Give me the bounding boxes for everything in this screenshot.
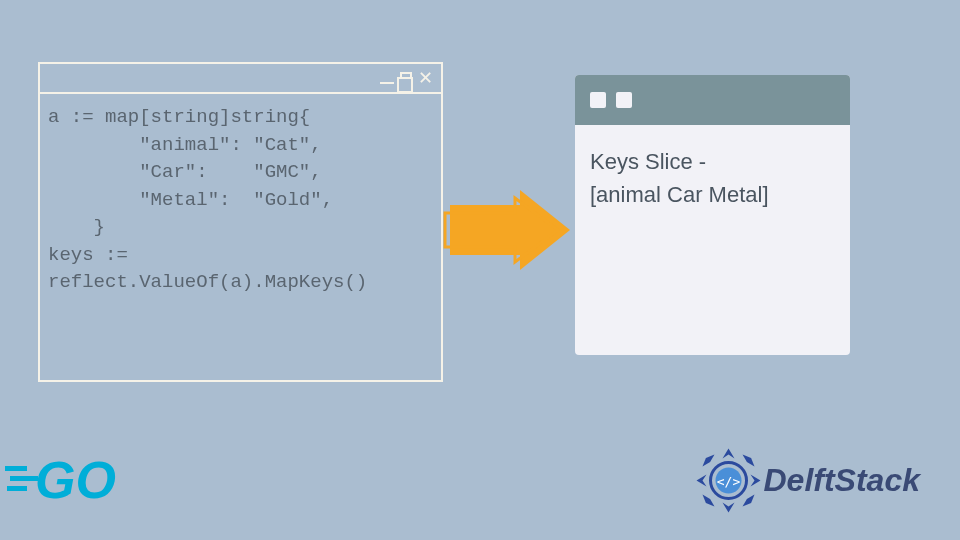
output-line: [animal Car Metal]: [590, 178, 835, 211]
svg-rect-2: [7, 486, 27, 491]
go-logo: GO: [5, 446, 160, 515]
window-control-icon: [590, 92, 606, 108]
delftstack-mandala-icon: </>: [691, 443, 766, 518]
code-line: keys :=: [48, 244, 128, 266]
maximize-icon: [400, 72, 412, 84]
code-line: "Metal": "Gold",: [48, 189, 333, 211]
code-line: a := map[string]string{: [48, 106, 310, 128]
code-line: reflect.ValueOf(a).MapKeys(): [48, 271, 367, 293]
code-body: a := map[string]string{ "animal": "Cat",…: [40, 94, 441, 307]
output-titlebar: [575, 75, 850, 125]
svg-rect-1: [10, 476, 38, 481]
code-window: ✕ a := map[string]string{ "animal": "Cat…: [38, 62, 443, 382]
output-body: Keys Slice - [animal Car Metal]: [575, 125, 850, 231]
code-line: "Car": "GMC",: [48, 161, 322, 183]
code-line: }: [48, 216, 105, 238]
svg-rect-0: [5, 466, 27, 471]
svg-text:GO: GO: [35, 451, 116, 509]
minimize-icon: [380, 82, 394, 84]
window-control-icon: [616, 92, 632, 108]
delftstack-logo: </> DelftStack: [691, 443, 921, 518]
svg-text:</>: </>: [716, 474, 740, 489]
output-line: Keys Slice -: [590, 145, 835, 178]
output-window: Keys Slice - [animal Car Metal]: [575, 75, 850, 355]
arrow-icon: [440, 185, 580, 279]
delftstack-text: DelftStack: [764, 462, 921, 499]
close-icon: ✕: [418, 71, 433, 85]
code-line: "animal": "Cat",: [48, 134, 322, 156]
code-titlebar: ✕: [40, 64, 441, 94]
